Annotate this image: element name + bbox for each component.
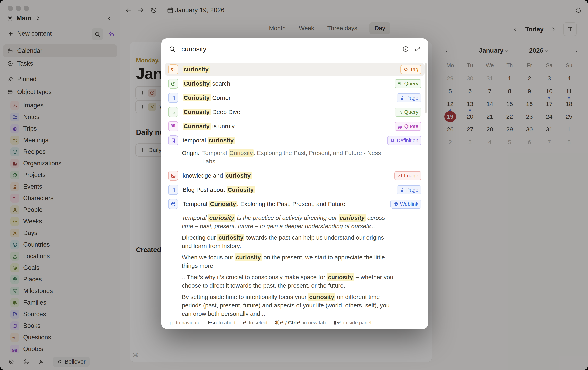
type-badge-label: Quote xyxy=(404,123,418,129)
query-icon xyxy=(398,109,402,114)
hint-label: in side panel xyxy=(343,320,371,326)
globe-icon xyxy=(393,202,398,207)
type-badge-label: Definition xyxy=(397,137,418,144)
search-result-row[interactable]: curiosityTag xyxy=(165,63,424,76)
snippet: By setting aside time to intentionally f… xyxy=(182,293,395,316)
detail-text: Temporal Curiosity: Exploring the Past, … xyxy=(202,149,394,166)
query-icon xyxy=(398,81,402,86)
query-icon xyxy=(168,107,178,117)
result-title: Blog Post about Curiosity xyxy=(183,186,255,193)
result-title: knowledge and curiosity xyxy=(183,172,252,179)
page-icon xyxy=(399,187,404,192)
info-icon[interactable] xyxy=(402,46,409,52)
page-icon xyxy=(168,185,178,195)
hint-label: to select xyxy=(249,320,268,326)
query-icon xyxy=(171,109,176,115)
snippet: ...That’s why it’s crucial to consciousl… xyxy=(182,273,395,290)
search-bar xyxy=(161,38,428,60)
image-icon xyxy=(168,171,178,181)
type-badge-label: Query xyxy=(404,81,418,87)
keyboard-hint: Escto abort xyxy=(208,320,235,326)
hint-keys: Esc xyxy=(208,320,216,326)
bookmark-icon xyxy=(168,135,178,145)
result-snippets: Temporal curiosity is the practice of ac… xyxy=(165,214,424,316)
tag-icon xyxy=(403,67,408,72)
search-result-row[interactable]: Curiosity CornerPage xyxy=(165,91,424,104)
quote-icon: 99 xyxy=(168,121,178,131)
search-result-row[interactable]: Blog Post about CuriosityPage xyxy=(165,183,424,196)
search-result-row[interactable]: Curiosity Deep DiveQuery xyxy=(165,105,424,119)
expand-icon xyxy=(414,46,421,52)
search-result-row[interactable]: Curiosity searchQuery xyxy=(165,77,424,90)
type-badge-label: Tag xyxy=(410,66,418,73)
question-circle-icon xyxy=(171,81,176,87)
result-title: Curiosity Corner xyxy=(183,94,231,101)
image-icon xyxy=(397,173,402,178)
type-badge-page: Page xyxy=(397,185,421,194)
snippet: When we focus our curiosity on the prese… xyxy=(182,253,395,270)
keyboard-hint: ↑↓to navigate xyxy=(169,320,200,326)
hint-label: to abort xyxy=(219,320,236,326)
image-icon xyxy=(171,173,176,178)
result-title: Curiosity Deep Dive xyxy=(183,109,240,115)
tag-icon xyxy=(168,65,178,74)
page-icon xyxy=(399,95,404,100)
search-result-row[interactable]: temporal curiosityDefinition xyxy=(165,134,424,147)
snippet: Directing our curiosity towards the past… xyxy=(182,233,395,250)
type-badge-label: Page xyxy=(406,95,418,101)
keyboard-hint: ↵to select xyxy=(243,320,268,326)
page-icon xyxy=(171,187,176,193)
hint-label: in new tab xyxy=(303,320,326,326)
hint-keys: ⌘↵ / Ctrl↵ xyxy=(275,320,301,326)
hint-label: to navigate xyxy=(176,320,200,326)
search-modal: curiosityTagCuriosity searchQueryCuriosi… xyxy=(161,38,428,329)
type-badge-image: Image xyxy=(394,171,421,180)
type-badge-label: Page xyxy=(406,187,418,193)
globe-icon xyxy=(171,201,176,207)
snippet: Temporal curiosity is the practice of ac… xyxy=(182,214,395,230)
search-result-row[interactable]: Temporal Curiosity: Exploring the Past, … xyxy=(165,197,424,211)
globe-icon xyxy=(168,199,178,209)
type-badge-definition: Definition xyxy=(387,136,421,145)
result-title: curiosity xyxy=(183,66,210,73)
type-badge-label: Weblink xyxy=(400,201,418,207)
type-badge-query: Query xyxy=(395,79,421,88)
hint-keys: ⇧↵ xyxy=(333,320,341,326)
search-icon xyxy=(169,45,176,53)
result-detail: Origin:Temporal Curiosity: Exploring the… xyxy=(165,148,424,168)
result-title: Curiosity is unruly xyxy=(183,123,235,130)
quote-icon: 99 xyxy=(171,123,176,128)
detail-label: Origin: xyxy=(182,149,200,166)
type-badge-query: Query xyxy=(395,108,421,117)
page-icon xyxy=(171,95,176,101)
keyboard-hint: ⇧↵in side panel xyxy=(333,320,371,326)
type-badge-weblink: Weblink xyxy=(390,200,421,209)
type-badge-label: Image xyxy=(404,173,418,179)
modal-scrollbar[interactable] xyxy=(425,63,427,113)
page-icon xyxy=(168,93,178,103)
info-icon xyxy=(402,46,409,52)
type-badge-page: Page xyxy=(397,93,421,102)
type-badge-quote: 99Quote xyxy=(395,122,421,131)
type-badge-tag: Tag xyxy=(400,65,421,74)
bookmark-icon xyxy=(390,138,395,143)
bookmark-icon xyxy=(171,138,176,143)
search-input[interactable] xyxy=(181,45,397,53)
tag-icon xyxy=(171,67,176,72)
search-result-row[interactable]: 99Curiosity is unruly99Quote xyxy=(165,120,424,133)
result-title: Curiosity search xyxy=(183,80,230,87)
result-title: temporal curiosity xyxy=(183,137,235,144)
type-badge-label: Query xyxy=(404,109,418,115)
quote-icon: 99 xyxy=(398,125,402,129)
hint-keys: ↵ xyxy=(243,320,247,326)
expand-icon[interactable] xyxy=(414,46,421,52)
question-circle-icon xyxy=(168,79,178,89)
keyboard-hint: ⌘↵ / Ctrl↵in new tab xyxy=(275,320,326,326)
search-footer-hints: ↑↓to navigateEscto abort↵to select⌘↵ / C… xyxy=(161,316,428,329)
search-icon xyxy=(169,45,176,53)
result-title: Temporal Curiosity: Exploring the Past, … xyxy=(183,201,345,207)
search-result-row[interactable]: knowledge and curiosityImage xyxy=(165,169,424,182)
hint-keys: ↑↓ xyxy=(169,320,174,326)
search-results-list: curiosityTagCuriosity searchQueryCuriosi… xyxy=(161,60,428,316)
